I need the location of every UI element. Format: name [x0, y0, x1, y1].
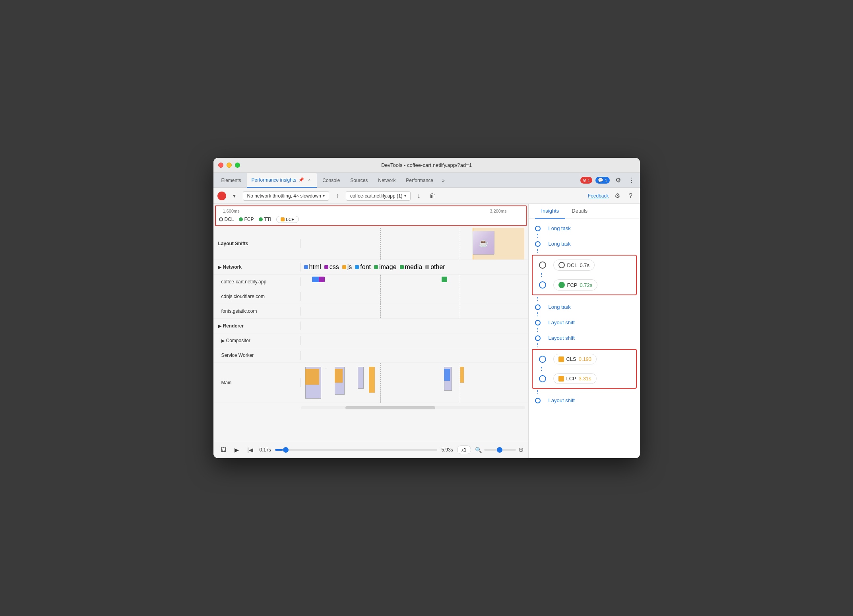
upload-button[interactable]: ↑	[332, 191, 343, 201]
panel-content: Long task Long task	[529, 219, 640, 458]
long-task-3[interactable]: Long task	[549, 302, 640, 312]
layout-shift-1[interactable]: Layout shift	[549, 317, 640, 328]
tab-close-icon[interactable]: ×	[306, 177, 312, 183]
vt-segment-2: Long task	[529, 238, 640, 249]
horizontal-scrollbar[interactable]	[301, 406, 525, 409]
dashed-line-1	[380, 228, 381, 260]
tab-performance-insights-label: Performance insights	[252, 177, 297, 183]
tab-network[interactable]: Network	[373, 173, 400, 188]
playback-thumb[interactable]	[283, 447, 289, 453]
tab-performance-insights-icon: 📌	[299, 177, 304, 182]
main-activity-6	[369, 367, 375, 393]
renderer-label[interactable]: ▶ Renderer	[213, 322, 301, 330]
tab-performance-insights[interactable]: Performance insights 📌 ×	[247, 173, 317, 188]
tracks: Layout Shifts ☕	[213, 228, 528, 441]
minimize-button[interactable]	[227, 163, 232, 168]
tab-elements[interactable]: Elements	[217, 173, 246, 188]
right-panel: Insights Details Long task	[529, 204, 640, 458]
main-label: Main	[213, 378, 301, 387]
cls-chip: CLS 0.193	[553, 354, 597, 364]
vt-dot-4	[535, 320, 541, 325]
gear-icon[interactable]: ⚙	[612, 191, 622, 201]
skip-start-button[interactable]: |◀	[245, 445, 256, 455]
zoom-slider[interactable]	[484, 449, 516, 451]
start-time: 0.17s	[260, 447, 271, 453]
vt-connector-5	[535, 335, 544, 341]
settings-button[interactable]: ⚙	[613, 175, 623, 186]
scrollbar-thumb[interactable]	[345, 406, 435, 409]
media-color-icon	[400, 265, 404, 269]
long-task-1[interactable]: Long task	[549, 223, 640, 234]
chat-badge: 💬 1	[595, 177, 609, 184]
renderer-toggle-icon: ▶	[218, 323, 221, 329]
fcp-chip-icon	[558, 282, 565, 288]
export-button[interactable]: ↓	[414, 191, 424, 201]
layout-shift-3[interactable]: Layout shift	[549, 395, 640, 406]
vt-segment-3: Long task	[529, 301, 640, 312]
screenshot-view-button[interactable]: 🖼	[218, 445, 229, 455]
long-task-2[interactable]: Long task	[549, 238, 640, 249]
vt-connector-2	[535, 241, 544, 247]
dcl-indicator	[539, 262, 546, 269]
main-content-track: ...	[301, 363, 528, 403]
layout-shifts-content: ☕	[301, 228, 528, 260]
metric-fcp: FCP	[239, 217, 254, 222]
marker-3200: 3,200ms	[490, 209, 506, 213]
other-color-icon	[425, 265, 429, 269]
delete-button[interactable]: 🗑	[427, 191, 438, 201]
tab-more-button[interactable]: »	[439, 173, 448, 188]
network-site-row-2: cdnjs.cloudflare.com	[213, 289, 528, 304]
service-worker-row: Service Worker	[213, 348, 528, 363]
network-site-3-content	[301, 304, 528, 318]
vt-connector-4	[535, 320, 544, 325]
lcp-indicator	[539, 375, 546, 382]
zoom-thumb[interactable]	[497, 447, 502, 453]
fcp-chip: FCP 0.72s	[553, 279, 598, 291]
chevron-down-icon-2: ▾	[404, 194, 406, 198]
fullscreen-button[interactable]	[235, 163, 240, 168]
title-bar: DevTools - coffee-cart.netlify.app/?ad=1	[213, 158, 640, 173]
network-site-2-content	[301, 289, 528, 304]
tab-console[interactable]: Console	[318, 173, 345, 188]
network-site-2-label: cdnjs.cloudflare.com	[213, 292, 301, 301]
cls-chip-label: CLS	[566, 356, 576, 362]
dashed-line-5	[380, 289, 381, 304]
network-throttle-dropdown[interactable]: No network throttling, 4× slowdown ▾	[243, 191, 329, 201]
feedback-button[interactable]: Feedback	[588, 193, 609, 199]
speed-button[interactable]: x1	[457, 446, 471, 454]
close-button[interactable]	[218, 163, 223, 168]
tab-sources-label: Sources	[350, 178, 368, 183]
play-button[interactable]: ▶	[233, 446, 241, 454]
tab-details[interactable]: Details	[565, 204, 594, 219]
playback-progress	[275, 449, 283, 451]
zoom-in-icon[interactable]: ⊕	[518, 446, 523, 453]
compositor-label[interactable]: ▶ Compositor	[213, 336, 301, 345]
tab-sources[interactable]: Sources	[345, 173, 372, 188]
help-icon[interactable]: ?	[626, 191, 636, 201]
legend-css-label: css	[330, 263, 339, 271]
layout-shift-2[interactable]: Layout shift	[549, 333, 640, 343]
lcp-chip-label: LCP	[566, 376, 576, 382]
legend-image: image	[374, 263, 397, 271]
record-button[interactable]	[217, 192, 226, 200]
url-dropdown[interactable]: coffee-cart.netlify.app (1) ▾	[346, 191, 411, 201]
dcl-chip: DCL 0.7s	[553, 260, 595, 271]
toolbar: ▼ No network throttling, 4× slowdown ▾ ↑…	[213, 188, 640, 204]
dcl-metric-row: DCL 0.7s	[533, 257, 636, 273]
tab-insights[interactable]: Insights	[535, 204, 566, 219]
fcp-label: FCP	[244, 217, 254, 222]
layout-shifts-track: Layout Shifts ☕	[213, 228, 528, 260]
network-label[interactable]: ▶ Network	[213, 263, 301, 271]
network-site-row-1: coffee-cart.netlify.app	[213, 275, 528, 289]
vt-segment-6: Layout shift	[529, 394, 640, 406]
tab-performance[interactable]: Performance	[401, 173, 438, 188]
vt-dot-1	[535, 226, 541, 231]
dropdown-arrow-button[interactable]: ▼	[229, 191, 240, 201]
screenshot-thumbnail: ☕	[473, 231, 494, 255]
vt-line-6	[537, 343, 538, 347]
playback-slider[interactable]	[275, 449, 438, 451]
tab-network-label: Network	[378, 178, 395, 183]
service-worker-label: Service Worker	[213, 351, 301, 360]
more-options-button[interactable]: ⋮	[626, 175, 637, 186]
zoom-out-icon[interactable]: 🔍	[475, 447, 482, 453]
